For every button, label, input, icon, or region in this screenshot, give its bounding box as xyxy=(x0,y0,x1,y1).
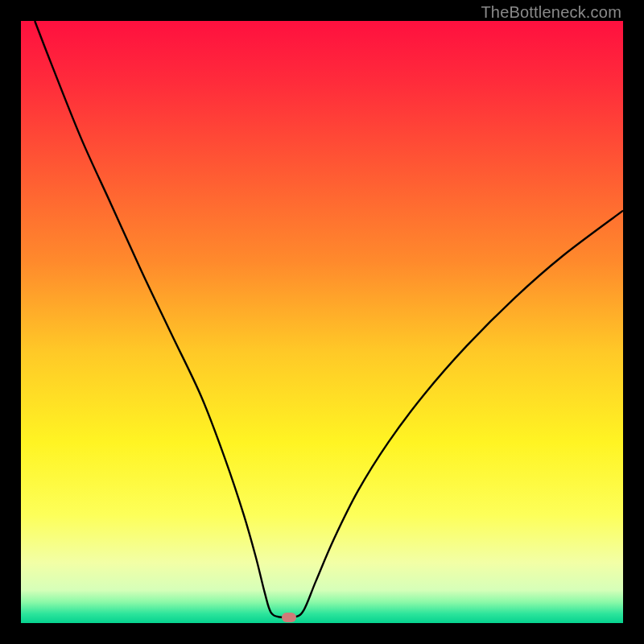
watermark-text: TheBottleneck.com xyxy=(481,3,621,22)
plot-area xyxy=(21,21,623,623)
chart-frame: TheBottleneck.com xyxy=(0,0,644,644)
current-config-marker xyxy=(282,613,296,622)
svg-rect-0 xyxy=(21,21,623,623)
background-gradient xyxy=(21,21,623,623)
